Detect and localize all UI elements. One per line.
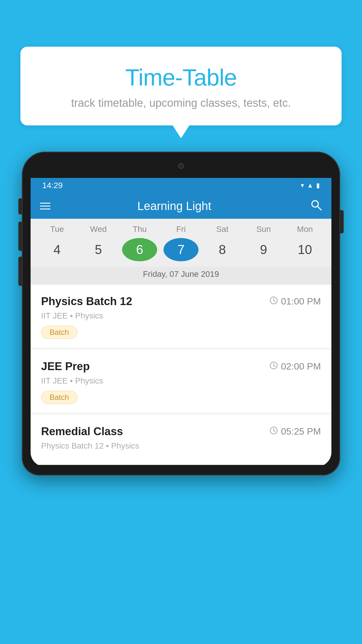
tooltip-subtitle: track timetable, upcoming classes, tests…: [38, 97, 324, 109]
phone-volume-down-button: [18, 257, 22, 286]
day-header-fri: Fri: [164, 225, 198, 234]
phone-volume-up-button: [18, 222, 22, 251]
day-10[interactable]: 10: [287, 238, 322, 261]
schedule-time-text-1: 01:00 PM: [281, 296, 321, 307]
schedule-item-3-header: Remedial Class 05:25 PM: [41, 425, 321, 438]
app-toolbar: Learning Light: [31, 193, 331, 219]
day-header-wed: Wed: [81, 225, 116, 234]
schedule-item-2: JEE Prep 02:00 PM: [31, 350, 331, 413]
signal-icon: ▲: [307, 182, 313, 189]
tooltip-title: Time-Table: [38, 64, 324, 91]
phone-notch: [162, 160, 200, 172]
clock-icon-3: [269, 426, 278, 437]
schedule-item-1: Physics Batch 12 01:00 PM: [31, 285, 331, 348]
phone-top-bar: [31, 160, 331, 178]
app-title: Learning Light: [60, 200, 289, 213]
schedule-list: Physics Batch 12 01:00 PM: [31, 285, 331, 465]
day-header-sun: Sun: [246, 225, 281, 234]
day-header-thu: Thu: [122, 225, 157, 234]
schedule-time-text-2: 02:00 PM: [281, 361, 321, 372]
schedule-subtitle-3: Physics Batch 12 • Physics: [41, 441, 321, 451]
status-icons: ▾ ▲ ▮: [301, 182, 320, 189]
tooltip-container: Time-Table track timetable, upcoming cla…: [20, 47, 342, 125]
schedule-title-3: Remedial Class: [41, 425, 123, 438]
phone-camera: [178, 163, 184, 169]
schedule-item-1-header: Physics Batch 12 01:00 PM: [41, 295, 321, 308]
schedule-title-1: Physics Batch 12: [41, 295, 132, 308]
clock-icon-1: [269, 296, 278, 307]
svg-line-7: [274, 365, 275, 367]
tooltip-bubble: Time-Table track timetable, upcoming cla…: [20, 47, 342, 125]
svg-line-4: [274, 300, 275, 302]
phone-power-button: [340, 210, 344, 233]
schedule-title-2: JEE Prep: [41, 360, 90, 373]
batch-tag-2: Batch: [41, 391, 78, 404]
schedule-time-1: 01:00 PM: [269, 296, 321, 307]
phone-silent-button: [18, 198, 22, 214]
day-9[interactable]: 9: [246, 238, 281, 261]
screen-inner: 14:29 ▾ ▲ ▮ Learning Light: [31, 178, 331, 467]
svg-line-10: [274, 430, 275, 432]
phone-frame: 14:29 ▾ ▲ ▮ Learning Light: [22, 152, 340, 475]
day-header-tue: Tue: [40, 225, 75, 234]
svg-line-1: [317, 206, 321, 210]
batch-tag-1: Batch: [41, 326, 78, 339]
day-4[interactable]: 4: [40, 238, 75, 261]
day-8[interactable]: 8: [205, 238, 240, 261]
day-7-selected[interactable]: 7: [164, 238, 198, 261]
day-6-today[interactable]: 6: [122, 238, 157, 261]
status-bar: 14:29 ▾ ▲ ▮: [31, 178, 331, 193]
schedule-time-text-3: 05:25 PM: [281, 426, 321, 437]
day-header-mon: Mon: [287, 225, 322, 234]
date-label: Friday, 07 June 2019: [31, 267, 331, 285]
search-icon[interactable]: [310, 199, 322, 214]
schedule-subtitle-1: IIT JEE • Physics: [41, 311, 321, 321]
schedule-item-3: Remedial Class 05:25 PM: [31, 415, 331, 465]
schedule-time-3: 05:25 PM: [269, 426, 321, 437]
calendar-strip: Tue Wed Thu Fri Sat Sun Mon 4 5 6 7 8 9 …: [31, 219, 331, 285]
phone-container: 14:29 ▾ ▲ ▮ Learning Light: [22, 152, 340, 644]
day-headers: Tue Wed Thu Fri Sat Sun Mon: [31, 225, 331, 238]
schedule-time-2: 02:00 PM: [269, 361, 321, 372]
hamburger-menu-icon[interactable]: [40, 203, 50, 209]
schedule-subtitle-2: IIT JEE • Physics: [41, 376, 321, 386]
clock-icon-2: [269, 361, 278, 372]
status-time: 14:29: [42, 181, 63, 190]
wifi-icon: ▾: [301, 182, 304, 189]
day-numbers: 4 5 6 7 8 9 10: [31, 238, 331, 267]
day-5[interactable]: 5: [81, 238, 116, 261]
day-header-sat: Sat: [205, 225, 240, 234]
schedule-item-2-header: JEE Prep 02:00 PM: [41, 360, 321, 373]
battery-icon: ▮: [316, 182, 320, 189]
